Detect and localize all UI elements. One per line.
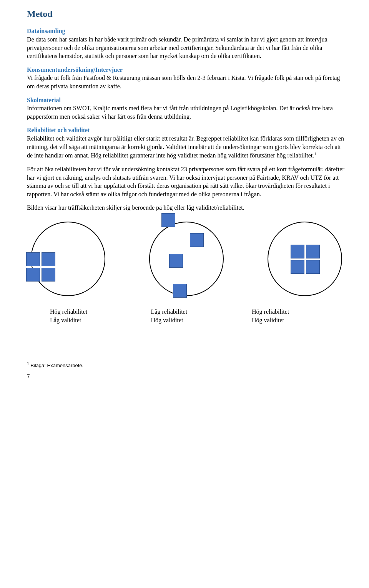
- square-icon: [161, 213, 175, 227]
- diagram-1-circle: [31, 222, 105, 296]
- square-icon: [291, 260, 304, 274]
- square-icon: [42, 268, 55, 282]
- diagram-row: [27, 222, 346, 296]
- diagram-2-label-line2: Hög validitet: [151, 317, 183, 323]
- body-reliabilitet-1: Reliabilitet och validitet avgör hur pål…: [27, 135, 344, 159]
- diagram-labels-row: Hög reliabilitet Låg validitet Låg relia…: [27, 308, 346, 324]
- body-konsument: Vi frågade ut folk från Fastfood & Resta…: [27, 75, 340, 89]
- square-icon: [173, 284, 187, 298]
- diagram-3-label-line1: Hög reliabilitet: [252, 308, 289, 315]
- square-icon: [306, 245, 320, 258]
- footnote-marker-inline: 1: [314, 151, 316, 156]
- page-number: 7: [27, 373, 346, 380]
- square-icon: [190, 233, 204, 247]
- diagram-3-label: Hög reliabilitet Hög validitet: [252, 308, 329, 324]
- diagram-2-label-line1: Låg reliabilitet: [151, 308, 188, 315]
- footnote-rule: [27, 359, 96, 359]
- body-skolmaterial: Informationen om SWOT, Kraljic matris me…: [27, 105, 333, 120]
- heading-datainsamling: Datainsamling: [27, 28, 65, 34]
- diagram-1-label: Hög reliabilitet Låg validitet: [50, 308, 127, 324]
- footnote: 1 Bilaga: Examensarbete.: [27, 361, 346, 369]
- square-icon: [169, 254, 183, 268]
- diagram-3-label-line2: Hög validitet: [252, 317, 284, 323]
- heading-skolmaterial: Skolmaterial: [27, 97, 61, 103]
- square-icon: [42, 252, 55, 266]
- diagram-1-label-line1: Hög reliabilitet: [50, 308, 87, 315]
- diagram-3: [268, 222, 342, 296]
- body-datainsamling: De data som har samlats in har både vari…: [27, 36, 327, 59]
- diagram-2-label: Låg reliabilitet Hög validitet: [151, 308, 228, 324]
- body-reliabilitet-3: Bilden visar hur träffsäkerheten skiljer…: [27, 204, 346, 212]
- diagram-1: [31, 222, 105, 296]
- footnote-text: Bilaga: Examensarbete.: [29, 363, 84, 369]
- diagram-1-label-line2: Låg validitet: [50, 317, 81, 323]
- square-icon: [26, 268, 40, 282]
- diagram-3-circle: [268, 222, 342, 296]
- square-icon: [306, 260, 320, 274]
- square-icon: [26, 252, 40, 266]
- body-reliabilitet-2: För att öka reliabiliteten har vi för vå…: [27, 165, 346, 198]
- heading-konsument: Konsumentundersökning/Intervjuer: [27, 66, 123, 73]
- square-icon: [291, 245, 304, 258]
- diagram-2-circle: [149, 222, 224, 296]
- diagram-2: [149, 222, 224, 296]
- heading-reliabilitet: Reliabilitet och validitet: [27, 127, 90, 133]
- page-title: Metod: [27, 8, 346, 20]
